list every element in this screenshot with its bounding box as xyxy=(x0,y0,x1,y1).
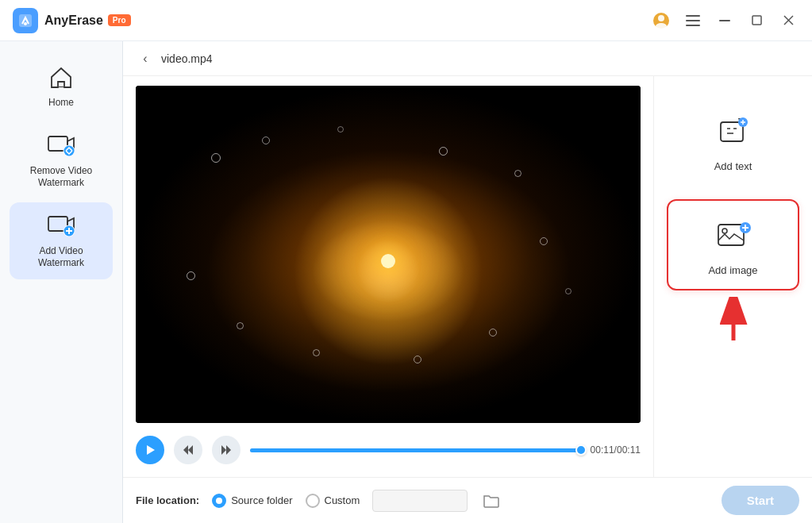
sidebar-item-home[interactable]: Home xyxy=(10,54,113,119)
titlebar: AnyErase Pro xyxy=(0,0,812,41)
source-folder-label: Source folder xyxy=(231,494,292,506)
close-button[interactable] xyxy=(777,10,799,32)
video-canvas xyxy=(136,86,641,423)
custom-label: Custom xyxy=(325,494,360,506)
start-button[interactable]: Start xyxy=(722,486,799,515)
sidebar-item-home-label: Home xyxy=(48,97,74,110)
svg-rect-6 xyxy=(686,20,700,21)
add-image-option[interactable]: Add image xyxy=(667,199,799,290)
svg-marker-23 xyxy=(183,445,188,455)
heart-particles xyxy=(136,86,641,423)
pro-badge: Pro xyxy=(108,14,131,26)
home-icon xyxy=(47,63,75,92)
content-header: ‹ video.mp4 xyxy=(123,41,812,76)
back-button[interactable]: ‹ xyxy=(136,49,155,68)
main-layout: Home Remove Video Watermark xyxy=(0,41,812,523)
video-controls: 00:11/00:11 xyxy=(136,433,641,467)
file-location-section: File location: Source folder Custom xyxy=(136,490,722,512)
svg-marker-25 xyxy=(226,445,231,455)
window-controls xyxy=(650,10,799,32)
file-location-label: File location: xyxy=(136,494,199,506)
maximize-button[interactable] xyxy=(745,10,768,32)
minimize-button[interactable] xyxy=(714,10,736,32)
remove-video-watermark-icon xyxy=(47,132,75,160)
svg-point-4 xyxy=(656,23,667,29)
svg-marker-21 xyxy=(147,445,155,455)
right-panel: T Add text xyxy=(653,76,812,477)
svg-rect-8 xyxy=(719,20,730,21)
sidebar-item-remove-video-watermark[interactable]: Remove Video Watermark xyxy=(10,122,113,199)
source-folder-radio[interactable]: Source folder xyxy=(212,494,292,508)
fast-forward-button[interactable] xyxy=(212,436,241,464)
play-button[interactable] xyxy=(136,436,164,464)
rewind-button[interactable] xyxy=(174,436,202,464)
menu-icon[interactable] xyxy=(682,10,704,32)
add-image-label: Add image xyxy=(708,264,757,276)
video-container xyxy=(136,86,641,423)
svg-point-32 xyxy=(722,229,727,233)
svg-point-3 xyxy=(658,15,664,21)
bottom-bar: File location: Source folder Custom xyxy=(123,477,812,523)
browse-folder-button[interactable] xyxy=(480,490,502,512)
time-display: 00:11/00:11 xyxy=(591,444,641,456)
svg-rect-9 xyxy=(752,16,761,25)
app-logo xyxy=(13,8,38,33)
app-name: AnyErase xyxy=(44,13,103,28)
progress-fill xyxy=(250,448,581,452)
sidebar-item-add-video-watermark[interactable]: Add Video Watermark xyxy=(10,202,113,279)
custom-radio-check xyxy=(306,494,320,508)
progress-track[interactable] xyxy=(250,448,581,452)
sidebar: Home Remove Video Watermark xyxy=(0,41,123,523)
red-arrow-icon xyxy=(718,297,749,350)
svg-point-1 xyxy=(24,22,27,25)
filename-label: video.mp4 xyxy=(161,52,213,65)
svg-marker-22 xyxy=(188,445,193,455)
content-area: ‹ video.mp4 xyxy=(123,41,812,523)
custom-path-input[interactable] xyxy=(372,490,468,512)
editor-row: 00:11/00:11 T xyxy=(123,76,812,477)
progress-thumb xyxy=(575,444,587,456)
svg-marker-24 xyxy=(221,445,226,455)
svg-rect-5 xyxy=(686,15,700,17)
sidebar-item-remove-label: Remove Video Watermark xyxy=(30,165,93,190)
video-section: 00:11/00:11 xyxy=(123,76,653,477)
add-image-icon xyxy=(711,213,756,258)
custom-radio[interactable]: Custom xyxy=(306,494,360,508)
arrow-container xyxy=(667,297,799,350)
add-video-watermark-icon xyxy=(47,212,75,240)
add-text-option[interactable]: T Add text xyxy=(667,95,799,187)
sidebar-item-add-label: Add Video Watermark xyxy=(38,245,84,270)
svg-rect-7 xyxy=(686,25,700,26)
user-avatar-icon[interactable] xyxy=(650,10,672,32)
add-text-label: Add text xyxy=(714,160,752,172)
source-folder-radio-check xyxy=(212,494,226,508)
add-text-icon: T xyxy=(711,110,756,154)
svg-rect-12 xyxy=(59,87,63,87)
source-folder-radio-inner xyxy=(216,498,222,504)
